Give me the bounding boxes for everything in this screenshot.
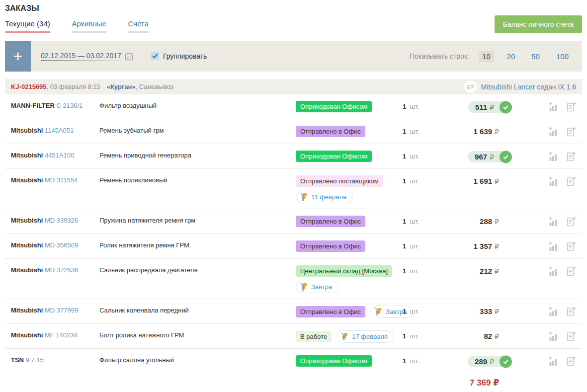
price-cell: 1 357₽ xyxy=(452,240,512,250)
part-cell: Mitsubishi MD 377999 xyxy=(11,306,99,314)
quantity-value: 1 xyxy=(403,267,406,275)
currency-symbol: ₽ xyxy=(490,153,494,161)
price-value: 82 xyxy=(484,332,492,340)
add-to-price-chart-icon[interactable] xyxy=(548,127,558,137)
rows-per-page-10[interactable]: 10 xyxy=(479,51,494,62)
order-branch-link[interactable]: «Курган» xyxy=(107,83,136,90)
price-cell: 511₽ xyxy=(452,101,512,113)
price-plain: 82₽ xyxy=(484,331,499,340)
add-to-list-icon[interactable] xyxy=(566,176,576,186)
order-item-row: Mitsubishi MD 356509 Ролик натяжителя ре… xyxy=(5,234,582,259)
article-link[interactable]: MD 372536 xyxy=(45,266,78,274)
vehicle-link[interactable]: Mitsubishi Lancer седан IX 1.6 xyxy=(481,83,576,91)
add-to-list-icon[interactable] xyxy=(566,102,576,112)
article-link[interactable]: MF 140234 xyxy=(45,331,78,339)
add-to-price-chart-icon[interactable] xyxy=(548,356,558,366)
price-plain: 288₽ xyxy=(480,216,499,226)
row-actions xyxy=(512,306,582,316)
price-plain: 333₽ xyxy=(480,306,499,315)
brand-label: Mitsubishi xyxy=(11,266,43,274)
order-number-link[interactable]: KJ-0215695 xyxy=(11,83,47,90)
brand-label: Mitsubishi xyxy=(11,307,43,314)
article-link[interactable]: 1145A051 xyxy=(45,127,74,134)
part-name: Ремень приводной генератора xyxy=(99,151,296,159)
quantity-value: 1 xyxy=(403,242,406,250)
status-cell: Отправлено в Офис xyxy=(296,240,403,252)
article-link[interactable]: MD 356509 xyxy=(45,241,78,249)
price-cell: 82₽ xyxy=(452,330,512,340)
price-value: 333 xyxy=(480,307,492,315)
order-delivery-method: , Самовывоз xyxy=(136,83,173,90)
add-to-price-chart-icon[interactable] xyxy=(548,307,558,316)
add-to-price-chart-icon[interactable] xyxy=(548,152,558,161)
price-value: 967 xyxy=(475,153,487,161)
brand-label: Mitsubishi xyxy=(11,176,43,184)
chain-link-icon xyxy=(464,80,477,93)
rows-per-page-20[interactable]: 20 xyxy=(503,51,519,62)
delivery-date-label: 11 февраля xyxy=(311,193,346,201)
order-item-row: MANN-FILTER C 2136/1 Фильтр воздушный Оп… xyxy=(5,94,582,119)
price-value: 1 639 xyxy=(474,127,493,136)
calendar-icon[interactable] xyxy=(125,52,133,61)
status-badge: Оприходован Офисом xyxy=(296,101,372,112)
status-cell: Отправлено в Офис Завтра xyxy=(296,306,403,318)
group-checkbox[interactable]: Группировать xyxy=(151,52,207,60)
row-actions xyxy=(512,216,582,227)
rows-per-page-100[interactable]: 100 xyxy=(553,51,572,62)
quantity-value: 1 xyxy=(403,103,406,110)
add-to-list-icon[interactable] xyxy=(566,266,576,276)
trolley-icon xyxy=(300,283,308,291)
add-to-list-icon[interactable] xyxy=(566,356,576,366)
article-link[interactable]: MD 377999 xyxy=(45,307,78,314)
price-value: 288 xyxy=(480,217,492,226)
part-cell: Mitsubishi MD 356509 xyxy=(11,240,99,249)
rows-per-page-50[interactable]: 50 xyxy=(528,51,543,62)
article-link[interactable]: MD 339326 xyxy=(45,217,78,224)
add-to-price-chart-icon[interactable] xyxy=(548,241,558,251)
currency-symbol: ₽ xyxy=(495,267,499,275)
status-badge: Центральный склад [Москва] xyxy=(296,265,392,277)
currency-symbol: ₽ xyxy=(490,358,494,366)
add-to-price-chart-icon[interactable] xyxy=(548,266,558,276)
add-to-list-icon[interactable] xyxy=(566,307,576,316)
price-cell: 1 639₽ xyxy=(452,126,512,136)
quantity-cell: 1 шт. xyxy=(403,240,452,250)
add-to-price-chart-icon[interactable] xyxy=(548,102,558,112)
brand-label: Mitsubishi xyxy=(11,241,43,249)
article-link[interactable]: 9.7.15 xyxy=(26,356,44,364)
currency-symbol: ₽ xyxy=(495,332,499,340)
quantity-unit: шт. xyxy=(410,177,419,185)
check-circle-icon xyxy=(500,151,512,163)
order-item-row: Mitsubishi 4451A100 Ремень приводной ген… xyxy=(5,144,582,169)
part-cell: Mitsubishi MD 339326 xyxy=(11,216,99,224)
add-to-price-chart-icon[interactable] xyxy=(548,176,558,186)
checkbox-checked-icon[interactable] xyxy=(151,52,159,60)
quantity-cell: 1 шт. xyxy=(403,101,452,110)
balance-button[interactable]: Баланс личного счета xyxy=(495,15,582,33)
article-link[interactable]: MD 311554 xyxy=(45,176,78,184)
price-plain: 1 639₽ xyxy=(474,126,499,136)
brand-label: Mitsubishi xyxy=(11,217,43,224)
add-to-price-chart-icon[interactable] xyxy=(548,217,558,227)
status-badge: Отправлено в Офис xyxy=(296,216,365,227)
add-order-button[interactable]: + xyxy=(5,41,31,72)
add-to-list-icon[interactable] xyxy=(566,331,576,341)
date-range-link[interactable]: 02.12.2015 — 03.02.2017 xyxy=(41,52,121,61)
tab-current-orders[interactable]: Текущие (34) xyxy=(5,19,50,33)
part-name: Сальник распредвала двигателя xyxy=(99,265,296,274)
tab-archived-orders[interactable]: Архивные xyxy=(72,19,106,33)
add-to-list-icon[interactable] xyxy=(566,217,576,227)
part-cell: Mitsubishi 1145A051 xyxy=(11,126,99,134)
add-to-list-icon[interactable] xyxy=(566,152,576,161)
add-to-price-chart-icon[interactable] xyxy=(548,331,558,341)
tab-invoices[interactable]: Счета xyxy=(128,19,149,33)
add-to-list-icon[interactable] xyxy=(566,127,576,137)
article-link[interactable]: C 2136/1 xyxy=(56,102,83,109)
status-badge: Отправлено в Офис xyxy=(296,306,365,317)
currency-symbol: ₽ xyxy=(490,103,494,111)
price-cell: 289₽ xyxy=(452,355,512,367)
status-cell: Оприходован Офисом xyxy=(296,151,403,162)
status-cell: Отправлено поставщиком xyxy=(296,175,403,203)
article-link[interactable]: 4451A100 xyxy=(45,152,74,159)
add-to-list-icon[interactable] xyxy=(566,241,576,251)
